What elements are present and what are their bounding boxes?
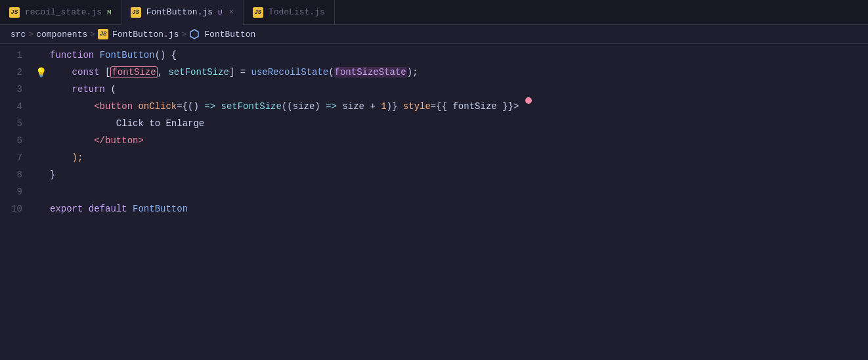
line-content-6: </button>: [47, 132, 868, 149]
line-content-5: Click to Enlarge: [47, 115, 868, 132]
breadcrumb-sep-1: >: [28, 30, 33, 39]
line-content-7: );: [47, 149, 868, 166]
code-line-2: 2 💡 const [fontSize, setFontSize] = useR…: [0, 64, 868, 81]
breadcrumb-sep-2: >: [90, 30, 95, 39]
code-line-10: 10 export default FontButton: [0, 200, 868, 217]
breadcrumb-file[interactable]: FontButton.js: [112, 30, 179, 39]
code-line-4: 4 <button onClick={() => setFontSize((si…: [0, 98, 868, 115]
lightbulb-icon[interactable]: 💡: [35, 67, 47, 78]
tab-bar: JS recoil_state.js M JS FontButton.js U …: [0, 0, 868, 25]
tab-fontbutton[interactable]: JS FontButton.js U ×: [121, 0, 244, 25]
code-line-6: 6 </button>: [0, 132, 868, 149]
line-content-2: const [fontSize, setFontSize] = useRecoi…: [47, 64, 868, 81]
svg-marker-0: [190, 30, 198, 39]
breadcrumb-component[interactable]: FontButton: [204, 30, 255, 39]
line-content-10: export default FontButton: [47, 200, 868, 217]
code-line-7: 7 );: [0, 149, 868, 166]
tab-recoil-state[interactable]: JS recoil_state.js M: [0, 0, 121, 25]
code-line-8: 8 }: [0, 166, 868, 183]
tab1-label: recoil_state.js: [25, 7, 102, 17]
line-content-3: return (: [47, 81, 868, 98]
tab2-label: FontButton.js: [146, 7, 213, 17]
line-number-4: 4: [0, 101, 34, 112]
tab2-badge: U: [218, 9, 223, 16]
tab-todolist[interactable]: JS TodoList.js: [244, 0, 335, 25]
line-number-6: 6: [0, 135, 34, 146]
tab1-badge: M: [107, 9, 112, 16]
js-icon-tab3: JS: [253, 7, 263, 18]
breadcrumb-js-icon: JS: [98, 29, 108, 39]
tab3-label: TodoList.js: [269, 7, 325, 17]
line-number-5: 5: [0, 118, 34, 129]
code-line-3: 3 return (: [0, 81, 868, 98]
breadcrumb-sep-3: >: [181, 30, 186, 39]
cursor-indicator: [525, 97, 532, 104]
close-icon[interactable]: ×: [229, 8, 234, 17]
line-number-1: 1: [0, 50, 34, 60]
line-number-9: 9: [0, 187, 34, 197]
line-number-10: 10: [0, 204, 34, 214]
line-content-4: <button onClick={() => setFontSize((size…: [47, 98, 868, 115]
code-line-9: 9: [0, 183, 868, 200]
line-number-2: 2: [0, 67, 34, 78]
code-line-1: 1 function FontButton() {: [0, 47, 868, 64]
breadcrumb: src > components > JS FontButton.js > Fo…: [0, 25, 868, 44]
code-line-5: 5 Click to Enlarge: [0, 115, 868, 132]
line-content-8: }: [47, 166, 868, 183]
gutter-2[interactable]: 💡: [34, 67, 47, 78]
line-content-9: [47, 183, 868, 200]
breadcrumb-components[interactable]: components: [36, 30, 87, 39]
line-number-3: 3: [0, 84, 34, 95]
line-number-8: 8: [0, 169, 34, 180]
js-icon-tab1: JS: [9, 7, 20, 18]
code-editor: 1 function FontButton() { 2 💡 const [fon…: [0, 44, 868, 357]
js-icon-tab2: JS: [131, 7, 141, 18]
line-number-7: 7: [0, 152, 34, 163]
line-content-1: function FontButton() {: [47, 47, 868, 64]
breadcrumb-src[interactable]: src: [11, 30, 26, 39]
component-icon: [189, 29, 200, 39]
